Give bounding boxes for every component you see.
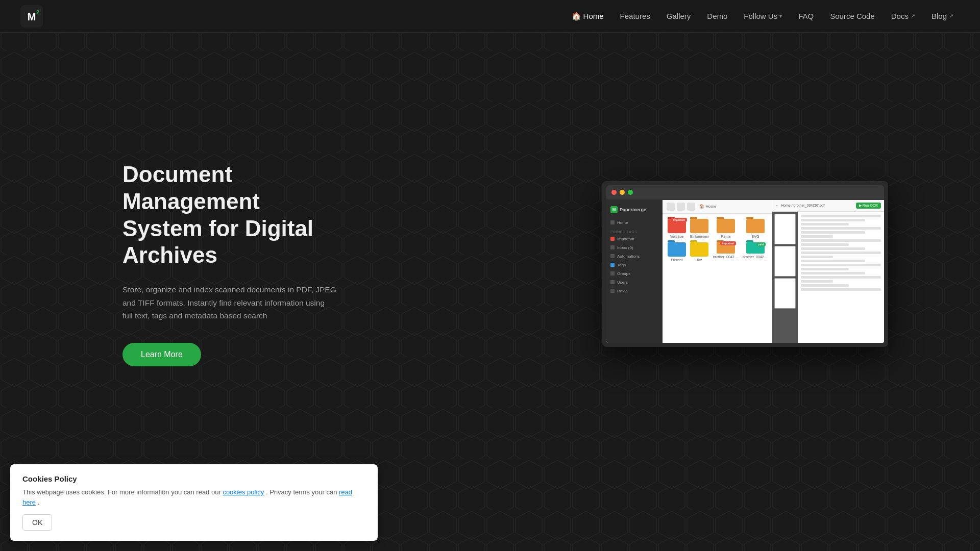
sidebar-logo: M Papermerge	[606, 204, 663, 218]
nav-home-label: Home	[583, 12, 604, 20]
hero-content: Document Management System for Digital A…	[122, 161, 337, 366]
doc-page-2[interactable]	[774, 246, 796, 277]
nav-link-demo[interactable]: Demo	[701, 9, 733, 23]
doc-main-view	[798, 212, 884, 343]
doc-content	[772, 212, 884, 343]
hero-section: Document Management System for Digital A…	[0, 33, 980, 495]
nav-item-docs[interactable]: Docs ↗	[885, 9, 921, 23]
hero-title: Document Management System for Digital A…	[122, 161, 337, 269]
nav-link-source-code[interactable]: Source Code	[824, 9, 881, 23]
hero-description: Store, organize and index scanned docume…	[122, 283, 337, 322]
nav-item-features[interactable]: Features	[614, 9, 656, 23]
nav-features-label: Features	[620, 12, 650, 20]
folder-einkommen[interactable]: Einkommen	[690, 219, 709, 238]
cookie-ok-button[interactable]: OK	[22, 514, 52, 531]
cookie-banner: Cookies Policy This webpage uses cookies…	[10, 464, 378, 541]
nav-item-source-code[interactable]: Source Code	[824, 9, 881, 23]
cookies-policy-link[interactable]: cookies policy	[223, 488, 264, 496]
maximize-window-button	[628, 190, 633, 195]
sidebar-item-roles[interactable]: Roles	[606, 287, 663, 295]
paid-badge: paid	[756, 242, 766, 246]
folder-vertraege[interactable]: Important Verträge	[668, 219, 686, 238]
folder-kfz[interactable]: Kfz	[690, 242, 709, 262]
svg-text:M: M	[28, 11, 36, 22]
logo-link[interactable]: M 2	[20, 5, 43, 28]
sidebar-item-automations[interactable]: Automations	[606, 252, 663, 261]
folder-rente[interactable]: Rente	[713, 219, 739, 238]
doc-line	[801, 268, 849, 270]
tags-icon	[610, 263, 615, 267]
nav-link-features[interactable]: Features	[614, 9, 656, 23]
nav-link-docs[interactable]: Docs ↗	[885, 9, 921, 23]
cookie-text: This webpage uses cookies. For more info…	[22, 487, 365, 507]
nav-link-home[interactable]: 🏠 Home	[566, 9, 610, 24]
sidebar-item-home[interactable]: Home	[606, 218, 663, 227]
sidebar-app-name: Papermerge	[620, 207, 646, 212]
nav-link-gallery[interactable]: Gallery	[660, 9, 697, 23]
toolbar-forward-button[interactable]	[677, 203, 685, 211]
nav-blog-label: Blog	[932, 12, 947, 20]
toolbar-refresh-button[interactable]	[687, 203, 695, 211]
folder-bvg[interactable]: BVG	[743, 219, 768, 238]
external-link-icon: ↗	[911, 13, 915, 19]
learn-more-button[interactable]: Learn More	[122, 343, 201, 366]
sidebar-item-groups[interactable]: Groups	[606, 269, 663, 278]
nav-item-demo[interactable]: Demo	[701, 9, 733, 23]
doc-line	[801, 288, 881, 291]
nav-item-gallery[interactable]: Gallery	[660, 9, 697, 23]
folder-label: Kfz	[697, 258, 702, 262]
sidebar-item-important[interactable]: Important	[606, 235, 663, 243]
folder-label: Verträge	[670, 235, 683, 238]
sidebar-important-label: Important	[617, 237, 634, 241]
sidebar-item-users[interactable]: Users	[606, 278, 663, 287]
folder-freizeit[interactable]: Freizeit	[668, 242, 686, 262]
svg-text:2: 2	[36, 9, 39, 15]
nav-item-follow-us[interactable]: Follow Us ▾	[738, 9, 788, 23]
cookie-title: Cookies Policy	[22, 474, 365, 483]
doc-back-icon: ←	[775, 204, 779, 207]
sidebar-roles-label: Roles	[617, 289, 627, 293]
close-window-button	[611, 190, 617, 195]
home-icon: 🏠	[572, 12, 581, 21]
file-brother-004215[interactable]: paid brother_004215.pdf	[743, 242, 768, 262]
nav-item-home[interactable]: 🏠 Home	[566, 9, 610, 24]
cookie-text-middle: . Privacy terms your can	[266, 488, 337, 496]
toolbar-back-button[interactable]	[667, 203, 675, 211]
doc-line	[801, 219, 865, 221]
doc-toolbar: ← Home / brother_004297.pdf ▶ Run OCR	[772, 200, 884, 212]
important-badge: Important	[671, 218, 687, 222]
sidebar-inbox-label: Inbox (0)	[617, 245, 633, 250]
doc-line	[801, 227, 881, 230]
nav-gallery-label: Gallery	[667, 12, 691, 20]
doc-line	[801, 223, 849, 226]
cookie-text-after: .	[38, 498, 40, 506]
chevron-down-icon: ▾	[779, 13, 782, 19]
sidebar-item-tags[interactable]: Tags	[606, 261, 663, 269]
run-ocr-button[interactable]: ▶ Run OCR	[856, 203, 881, 209]
nav-link-faq[interactable]: FAQ	[792, 9, 820, 23]
nav-link-follow-us[interactable]: Follow Us ▾	[738, 9, 788, 23]
doc-page-3[interactable]	[774, 278, 796, 309]
nav-item-blog[interactable]: Blog ↗	[925, 9, 960, 23]
sidebar-groups-label: Groups	[617, 271, 630, 276]
nav-item-faq[interactable]: FAQ	[792, 9, 820, 23]
doc-page-1[interactable]	[774, 214, 796, 244]
sidebar-tags-label: Tags	[617, 263, 626, 267]
doc-line	[801, 276, 881, 279]
doc-breadcrumb: Home / brother_004297.pdf	[781, 204, 825, 207]
sidebar-section-pinned: Pinned Tags	[606, 227, 663, 235]
app-titlebar	[606, 185, 884, 199]
doc-line	[801, 252, 881, 254]
logo-icon: M 2	[20, 5, 43, 28]
sidebar-item-inbox[interactable]: Inbox (0)	[606, 243, 663, 252]
breadcrumb: 🏠 Home	[699, 204, 717, 209]
important-tag-icon	[610, 237, 615, 241]
app-body: M Papermerge Home Pinned Tags Important	[606, 200, 884, 343]
navbar: M 2 🏠 Home Features Gallery Demo	[0, 0, 980, 33]
app-window: M Papermerge Home Pinned Tags Important	[602, 181, 888, 347]
doc-line	[801, 264, 881, 266]
file-brother-004297[interactable]: Important brother_004297.pdf	[713, 242, 739, 262]
nav-link-blog[interactable]: Blog ↗	[925, 9, 960, 23]
doc-line	[801, 247, 865, 250]
folder-icon	[717, 219, 735, 233]
